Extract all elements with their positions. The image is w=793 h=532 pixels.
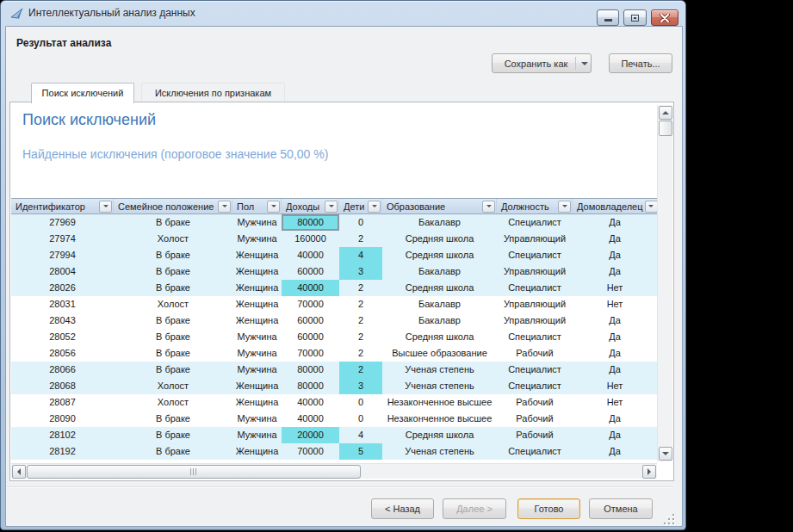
table-cell[interactable]: Ученая степень — [382, 378, 497, 394]
table-cell[interactable]: В браке — [114, 312, 232, 329]
table-cell[interactable]: Женщина — [232, 280, 282, 296]
table-cell[interactable]: Управляющий — [497, 312, 573, 329]
table-cell[interactable]: Специалист — [497, 214, 573, 231]
table-cell[interactable]: Средняя школа — [382, 231, 497, 247]
table-cell[interactable]: Управляющий — [497, 296, 573, 312]
table-cell[interactable]: Специалист — [497, 362, 573, 378]
table-cell[interactable]: 70000 — [282, 296, 339, 312]
table-cell[interactable]: Мужчина — [232, 362, 282, 378]
table-cell[interactable]: 160000 — [282, 231, 339, 247]
table-cell[interactable]: 40000 — [282, 247, 339, 263]
table-cell[interactable]: Рабочий — [497, 427, 573, 443]
table-cell[interactable]: 3 — [339, 378, 382, 394]
table-cell[interactable]: Да — [573, 345, 657, 362]
table-cell[interactable]: Да — [573, 443, 657, 460]
table-cell[interactable]: 28066 — [11, 362, 114, 378]
table-cell[interactable]: Женщина — [232, 378, 282, 394]
table-cell[interactable]: Холост — [114, 296, 232, 312]
minimize-button[interactable] — [597, 9, 619, 26]
table-cell[interactable]: Рабочий — [497, 394, 573, 411]
save-as-button[interactable]: Сохранить как — [492, 53, 592, 73]
table-cell[interactable]: Средняя школа — [382, 329, 497, 345]
table-cell[interactable]: Нет — [573, 296, 657, 312]
table-cell[interactable]: В браке — [114, 214, 232, 231]
horizontal-scrollbar-thumb[interactable] — [27, 465, 361, 479]
table-cell[interactable]: Ученая степень — [382, 443, 497, 460]
table-cell[interactable]: Да — [573, 263, 657, 280]
table-cell[interactable]: 27969 — [11, 214, 114, 231]
table-cell[interactable]: Да — [573, 231, 657, 247]
table-cell[interactable]: 28004 — [11, 263, 114, 280]
table-cell[interactable]: Женщина — [232, 312, 282, 329]
table-cell[interactable]: Специалист — [497, 443, 573, 460]
table-cell[interactable]: В браке — [114, 280, 232, 296]
table-cell[interactable]: Мужчина — [232, 345, 282, 362]
table-cell[interactable]: Бакалавр — [382, 296, 497, 312]
table-cell[interactable]: Да — [573, 329, 657, 345]
table-cell[interactable]: В браке — [114, 362, 232, 378]
vertical-scrollbar-thumb[interactable] — [659, 121, 672, 136]
table-cell[interactable]: Управляющий — [497, 263, 573, 280]
table-cell[interactable]: Мужчина — [232, 214, 282, 231]
table-cell[interactable]: 28056 — [11, 345, 114, 362]
table-cell[interactable]: 0 — [339, 394, 382, 411]
table-cell[interactable]: Мужчина — [232, 427, 282, 443]
table-cell[interactable]: 70000 — [282, 345, 339, 362]
column-filter-button[interactable] — [482, 201, 495, 213]
table-cell[interactable]: 5 — [339, 443, 382, 460]
column-filter-button[interactable] — [368, 201, 381, 213]
table-cell[interactable]: 3 — [339, 263, 382, 280]
table-cell[interactable]: 80000 — [282, 378, 339, 394]
table-cell[interactable]: 2 — [339, 296, 382, 312]
table-cell[interactable]: Специалист — [497, 280, 573, 296]
table-cell[interactable]: Да — [573, 247, 657, 263]
table-cell[interactable]: Незаконченное высшее — [382, 411, 497, 427]
table-cell[interactable]: Да — [573, 427, 657, 443]
table-cell[interactable]: 28068 — [11, 378, 114, 394]
table-cell[interactable]: 40000 — [282, 411, 339, 427]
table-cell[interactable]: Бакалавр — [382, 263, 497, 280]
table-cell[interactable]: Управляющий — [497, 231, 573, 247]
table-cell[interactable]: 27974 — [11, 231, 114, 247]
table-cell[interactable]: Да — [573, 214, 657, 231]
table-cell[interactable]: Да — [573, 362, 657, 378]
save-as-dropdown[interactable] — [579, 54, 591, 72]
table-cell[interactable]: 2 — [339, 362, 382, 378]
scroll-up-button[interactable] — [659, 106, 672, 120]
table-cell[interactable]: 0 — [339, 411, 382, 427]
table-cell[interactable]: Высшее образование — [382, 345, 497, 362]
column-filter-button[interactable] — [558, 201, 571, 213]
horizontal-scrollbar[interactable] — [11, 463, 657, 479]
maximize-button[interactable] — [623, 9, 647, 26]
table-cell[interactable]: 28026 — [11, 280, 114, 296]
table-cell[interactable]: 70000 — [282, 443, 339, 460]
table-cell[interactable]: 40000 — [282, 280, 339, 296]
table-cell[interactable]: 4 — [339, 427, 382, 443]
tab-outlier-search[interactable]: Поиск исключений — [31, 83, 134, 103]
table-cell[interactable]: 28090 — [11, 411, 114, 427]
table-cell[interactable]: Рабочий — [497, 411, 573, 427]
table-cell[interactable]: В браке — [114, 443, 232, 460]
table-cell[interactable]: Холост — [114, 394, 232, 411]
titlebar[interactable]: Интеллектуальный анализ данных — [1, 1, 685, 26]
scroll-down-button[interactable] — [659, 447, 672, 461]
scroll-right-button[interactable] — [642, 465, 656, 479]
column-filter-button[interactable] — [267, 201, 280, 213]
table-cell[interactable]: Женщина — [232, 247, 282, 263]
table-cell[interactable]: 28031 — [11, 296, 114, 312]
table-cell[interactable]: Женщина — [232, 263, 282, 280]
table-cell[interactable]: Мужчина — [232, 329, 282, 345]
table-cell[interactable]: Женщина — [232, 296, 282, 312]
table-cell[interactable]: 80000 — [282, 214, 339, 231]
table-cell[interactable]: Бакалавр — [382, 214, 497, 231]
table-cell[interactable]: Мужчина — [232, 231, 282, 247]
table-cell[interactable]: Ученая степень — [382, 362, 497, 378]
table-cell[interactable]: В браке — [114, 411, 232, 427]
cancel-button[interactable]: Отмена — [589, 498, 653, 519]
back-button[interactable]: < Назад — [371, 498, 434, 519]
table-cell[interactable]: Да — [573, 411, 657, 427]
column-filter-button[interactable] — [325, 201, 338, 213]
table-cell[interactable]: Специалист — [497, 247, 573, 263]
table-cell[interactable]: Женщина — [232, 443, 282, 460]
table-cell[interactable]: Средняя школа — [382, 280, 497, 296]
